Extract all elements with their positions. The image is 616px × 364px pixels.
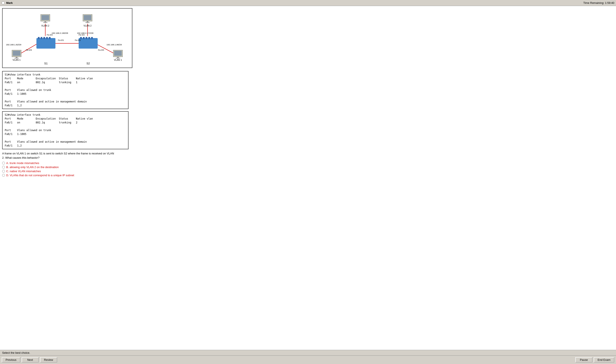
- svg-text:VLAN 2: VLAN 2: [84, 24, 91, 27]
- switch-s1: S1: [36, 37, 56, 65]
- svg-text:192.168.2.190/28: 192.168.2.190/28: [52, 32, 68, 34]
- time-remaining: Time Remaining: 1:59:40: [583, 1, 614, 4]
- terminal-s2-content: S2#show interface trunk Port Mode Encaps…: [5, 113, 126, 148]
- svg-rect-39: [117, 57, 119, 58]
- answers-container: A. trunk mode mismatches B. allowing onl…: [2, 161, 614, 177]
- radio-b[interactable]: [2, 166, 5, 169]
- svg-rect-26: [84, 15, 91, 20]
- answer-a-label[interactable]: A. trunk mode mismatches: [6, 161, 39, 165]
- svg-rect-10: [49, 37, 51, 39]
- svg-text:VLAN 2: VLAN 2: [41, 24, 49, 27]
- svg-text:Fa 0/1: Fa 0/1: [58, 39, 64, 41]
- svg-text:VLAN 1: VLAN 1: [13, 59, 21, 61]
- network-diagram: S1 S2 VLAN 2 192.168.2.1: [2, 8, 132, 68]
- svg-rect-27: [87, 21, 88, 22]
- svg-rect-22: [43, 22, 48, 23]
- pc-right: VLAN 1 192.168.1.86/29: [106, 44, 123, 61]
- answer-d-label[interactable]: D. VLANs that do not correspond to a uni…: [6, 174, 74, 177]
- svg-text:Fa 0/1: Fa 0/1: [75, 39, 81, 41]
- status-bar: Select the best choice.: [0, 350, 616, 355]
- svg-rect-32: [13, 51, 20, 56]
- mark-checkbox[interactable]: [2, 1, 4, 4]
- answer-b: B. allowing only VLAN 2 on the destinati…: [2, 166, 614, 169]
- terminal-s1-content: S1#show interface trunk Port Mode Encaps…: [5, 73, 126, 107]
- network-svg: S1 S2 VLAN 2 192.168.2.1: [2, 9, 132, 68]
- button-bar: Previous Next Review Pause End Exam: [0, 355, 616, 364]
- answer-a: A. trunk mode mismatches: [2, 161, 614, 165]
- radio-d[interactable]: [2, 174, 5, 177]
- pc-top-left: VLAN 2 192.168.2.190/28: [41, 14, 68, 34]
- svg-rect-5: [36, 38, 56, 49]
- svg-text:S2: S2: [86, 62, 90, 65]
- svg-rect-21: [44, 21, 46, 22]
- svg-rect-38: [114, 51, 122, 56]
- status-text: Select the best choice.: [2, 351, 30, 354]
- main-content: S1 S2 VLAN 2 192.168.2.1: [0, 6, 616, 350]
- switch-s2: S2: [79, 37, 98, 65]
- svg-rect-7: [41, 37, 42, 39]
- answer-c-label[interactable]: C. native VLAN mismatches: [6, 169, 41, 173]
- button-bar-right: Pause End Exam: [575, 357, 614, 363]
- svg-rect-6: [38, 37, 40, 39]
- pc-left: VLAN 1 192.168.1.82/29: [6, 44, 21, 61]
- terminal-s2: S2#show interface trunk Port Mode Encaps…: [2, 111, 128, 149]
- radio-a[interactable]: [2, 162, 5, 165]
- title-bar-title: Mark: [2, 1, 13, 4]
- svg-rect-20: [42, 15, 49, 20]
- end-exam-button[interactable]: End Exam: [594, 357, 614, 363]
- svg-rect-15: [86, 37, 87, 39]
- svg-rect-40: [116, 58, 120, 59]
- svg-rect-28: [85, 22, 90, 23]
- answer-d: D. VLANs that do not correspond to a uni…: [2, 174, 614, 177]
- svg-text:Fa 0/3: Fa 0/3: [98, 49, 104, 51]
- svg-text:S1: S1: [44, 62, 48, 65]
- question-text: A frame on VLAN 1 on switch S1 is sent t…: [2, 151, 614, 160]
- svg-rect-9: [46, 37, 48, 39]
- radio-c[interactable]: [2, 170, 5, 173]
- svg-rect-17: [91, 37, 93, 39]
- svg-rect-12: [79, 38, 98, 49]
- pc-top-right: VLAN 2 192.168.2.172/28: [77, 14, 93, 34]
- mark-label: Mark: [6, 1, 13, 4]
- question-line2: 2. What causes this behavior?: [2, 156, 39, 159]
- svg-rect-14: [83, 37, 84, 39]
- previous-button[interactable]: Previous: [2, 357, 20, 363]
- svg-rect-34: [14, 58, 19, 59]
- svg-text:192.168.1.82/29: 192.168.1.82/29: [6, 44, 21, 46]
- answer-c: C. native VLAN mismatches: [2, 169, 614, 173]
- pause-button[interactable]: Pause: [575, 357, 592, 363]
- review-button[interactable]: Review: [40, 357, 57, 363]
- svg-rect-33: [16, 57, 17, 58]
- terminal-s1: S1#show interface trunk Port Mode Encaps…: [2, 71, 128, 109]
- svg-rect-8: [43, 37, 45, 39]
- title-bar: Mark Time Remaining: 1:59:40: [0, 0, 616, 6]
- svg-rect-16: [88, 37, 90, 39]
- svg-text:192.168.1.86/29: 192.168.1.86/29: [106, 44, 122, 46]
- question-line1: A frame on VLAN 1 on switch S1 is sent t…: [2, 152, 114, 155]
- answer-b-label[interactable]: B. allowing only VLAN 2 on the destinati…: [6, 166, 59, 169]
- svg-text:Fa 0/3: Fa 0/3: [26, 49, 32, 51]
- svg-text:Fa 0/2: Fa 0/2: [47, 34, 53, 36]
- svg-text:Fa 0/2: Fa 0/2: [79, 34, 84, 36]
- svg-text:VLAN 1: VLAN 1: [114, 59, 122, 61]
- next-button[interactable]: Next: [22, 357, 39, 363]
